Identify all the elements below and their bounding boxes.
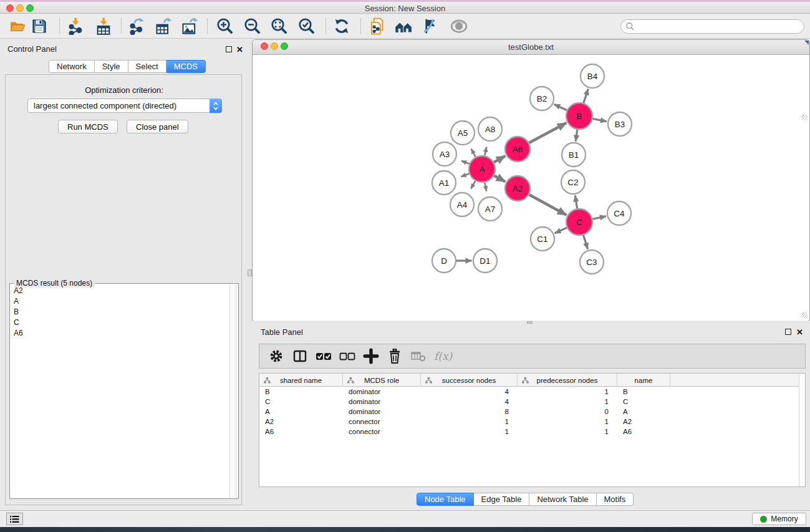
columns-icon[interactable] xyxy=(288,346,312,367)
mcds-list-scrollbar[interactable] xyxy=(229,284,236,498)
resize-grip-icon[interactable] xyxy=(802,312,808,318)
float-table-panel-icon[interactable] xyxy=(785,329,791,335)
network-canvas[interactable]: B4B2BB3A5A8A6A3B1AA1C2A2A4A7C4CC1C3DD1 xyxy=(253,56,809,321)
task-history-button[interactable] xyxy=(6,513,23,525)
save-session-icon[interactable] xyxy=(29,16,50,36)
table-row[interactable]: Cdominator41C xyxy=(259,397,805,407)
tab-motifs[interactable]: Motifs xyxy=(597,493,634,506)
edge-A-A7[interactable] xyxy=(485,183,486,191)
node-A7[interactable]: A7 xyxy=(478,197,502,221)
edge-C-C3[interactable] xyxy=(584,235,588,249)
node-A1[interactable]: A1 xyxy=(432,171,456,195)
network-window-titlebar[interactable]: testGlobe.txt xyxy=(253,40,809,55)
node-C1[interactable]: C1 xyxy=(531,227,554,251)
edge-A-A6[interactable] xyxy=(494,156,505,162)
node-C4[interactable]: C4 xyxy=(607,201,631,225)
select-all-icon[interactable] xyxy=(312,346,335,367)
edge-B-B2[interactable] xyxy=(554,104,567,110)
node-B4[interactable]: B4 xyxy=(581,64,604,88)
edge-A-A3[interactable] xyxy=(461,161,470,164)
edge-A6-B[interactable] xyxy=(529,123,567,143)
add-column-icon[interactable] xyxy=(359,346,383,367)
edge-A2-C[interactable] xyxy=(529,195,566,215)
node-B3[interactable]: B3 xyxy=(608,112,632,136)
column-header-MCDS-role[interactable]: MCDS role xyxy=(343,374,421,387)
search-box[interactable] xyxy=(620,19,804,34)
clone-network-icon[interactable] xyxy=(367,16,388,36)
table-scrollbar[interactable] xyxy=(799,374,805,486)
tab-style[interactable]: Style xyxy=(95,60,128,73)
table-row[interactable]: A6connector11A6 xyxy=(259,427,805,437)
close-panel-icon[interactable]: ✕ xyxy=(236,45,243,54)
tab-edge-table[interactable]: Edge Table xyxy=(474,493,530,506)
close-panel-button[interactable]: Close panel xyxy=(127,120,188,133)
run-mcds-button[interactable]: Run MCDS xyxy=(58,120,118,133)
table-row[interactable]: Adominator80A xyxy=(259,407,805,417)
edge-A-A4[interactable] xyxy=(471,181,475,189)
zoom-in-icon[interactable] xyxy=(215,16,236,36)
export-table-icon[interactable] xyxy=(153,16,174,36)
tab-mcds[interactable]: MCDS xyxy=(166,60,206,73)
mcds-result-item[interactable]: B xyxy=(11,306,230,317)
edge-B-B1[interactable] xyxy=(576,130,577,142)
edge-B-B3[interactable] xyxy=(593,118,607,121)
tab-network[interactable]: Network xyxy=(49,60,95,73)
float-panel-icon[interactable] xyxy=(226,46,232,52)
table-row[interactable]: A2connector11A2 xyxy=(259,417,805,427)
node-B2[interactable]: B2 xyxy=(530,87,554,110)
export-image-icon[interactable] xyxy=(179,16,200,36)
node-B[interactable]: B xyxy=(566,103,592,129)
node-B1[interactable]: B1 xyxy=(562,143,586,167)
column-header-predecessor-nodes[interactable]: predecessor nodes xyxy=(518,374,617,387)
edge-A-A1[interactable] xyxy=(461,173,469,177)
import-network-icon[interactable] xyxy=(65,16,86,36)
mcds-result-item[interactable]: A6 xyxy=(11,328,230,339)
node-A4[interactable]: A4 xyxy=(450,193,474,216)
refresh-icon[interactable] xyxy=(331,16,352,36)
edge-A-A8[interactable] xyxy=(485,147,486,155)
node-C2[interactable]: C2 xyxy=(561,170,585,194)
mcds-result-item[interactable]: A xyxy=(11,296,230,306)
open-file-icon[interactable] xyxy=(7,16,28,36)
node-A5[interactable]: A5 xyxy=(451,121,475,145)
export-network-icon[interactable] xyxy=(126,16,147,36)
node-D[interactable]: D xyxy=(432,249,456,273)
search-input[interactable] xyxy=(637,22,793,31)
node-C[interactable]: C xyxy=(566,209,592,235)
criterion-dropdown[interactable]: largest connected component (directed) xyxy=(27,99,222,113)
delete-column-icon[interactable] xyxy=(383,346,407,367)
gear-icon[interactable] xyxy=(264,346,288,367)
first-neighbors-icon[interactable] xyxy=(393,16,415,36)
node-D1[interactable]: D1 xyxy=(473,249,497,273)
mcds-result-item[interactable]: A2 xyxy=(11,285,230,296)
node-A2[interactable]: A2 xyxy=(505,176,530,201)
node-A8[interactable]: A8 xyxy=(478,117,502,141)
edge-A-A5[interactable] xyxy=(471,149,476,157)
zoom-fit-icon[interactable] xyxy=(269,16,290,36)
network-graph[interactable]: B4B2BB3A5A8A6A3B1AA1C2A2A4A7C4CC1C3DD1 xyxy=(253,56,809,321)
column-header-name[interactable]: name xyxy=(617,374,670,387)
tab-network-table[interactable]: Network Table xyxy=(529,493,596,506)
edge-C-C2[interactable] xyxy=(575,195,577,208)
node-A[interactable]: A xyxy=(469,156,495,182)
eye-icon[interactable] xyxy=(448,16,470,36)
node-A6[interactable]: A6 xyxy=(505,137,530,162)
zoom-out-icon[interactable] xyxy=(242,16,263,36)
mcds-result-item[interactable]: C xyxy=(11,317,230,328)
node-table[interactable]: shared nameMCDS rolesuccessor nodesprede… xyxy=(259,373,806,487)
column-header-shared-name[interactable]: shared name xyxy=(259,374,343,387)
resize-grip-icon[interactable] xyxy=(802,115,808,120)
edge-C-C1[interactable] xyxy=(555,228,567,233)
import-table-icon[interactable] xyxy=(93,16,114,36)
node-A3[interactable]: A3 xyxy=(433,142,456,166)
edge-B-B4[interactable] xyxy=(584,89,588,103)
column-header-successor-nodes[interactable]: successor nodes xyxy=(421,374,518,387)
table-row[interactable]: Bdominator41B xyxy=(259,387,805,397)
close-table-panel-icon[interactable]: ✕ xyxy=(796,327,803,337)
flag-slash-icon[interactable] xyxy=(420,16,441,36)
edge-C-C4[interactable] xyxy=(592,216,606,220)
zoom-selected-icon[interactable] xyxy=(296,16,317,36)
deselect-all-icon[interactable] xyxy=(335,346,359,367)
tab-node-table[interactable]: Node Table xyxy=(417,493,474,506)
panel-splitter-handle[interactable] xyxy=(248,269,252,276)
